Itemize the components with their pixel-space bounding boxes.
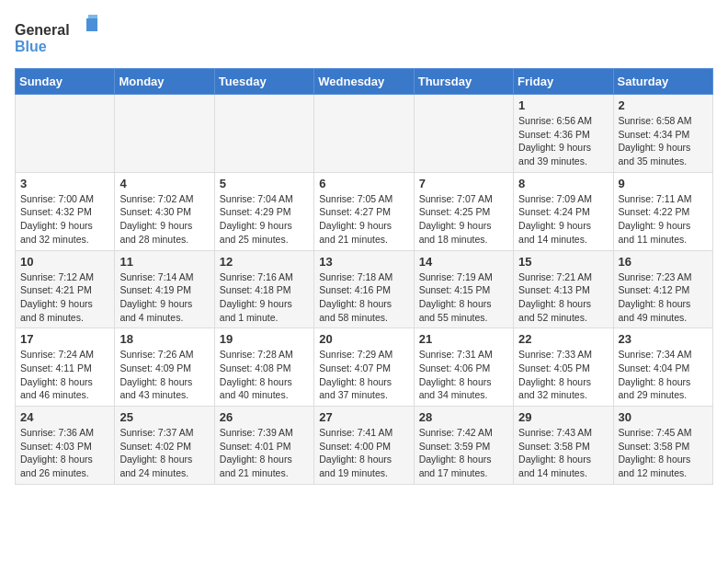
header-col-saturday: Saturday — [613, 69, 712, 95]
day-cell: 22Sunrise: 7:33 AMSunset: 4:05 PMDayligh… — [514, 328, 613, 407]
day-number: 24 — [20, 410, 109, 424]
day-cell: 24Sunrise: 7:36 AMSunset: 4:03 PMDayligh… — [16, 407, 115, 485]
day-info: Sunrise: 7:16 AMSunset: 4:18 PMDaylight:… — [220, 270, 309, 325]
day-info: Sunrise: 7:42 AMSunset: 3:59 PMDaylight:… — [419, 426, 508, 480]
week-row-2: 10Sunrise: 7:12 AMSunset: 4:21 PMDayligh… — [16, 250, 713, 328]
day-number: 17 — [20, 332, 109, 346]
day-info: Sunrise: 7:04 AMSunset: 4:29 PMDaylight:… — [220, 192, 309, 247]
day-number: 16 — [619, 255, 708, 269]
day-cell: 19Sunrise: 7:28 AMSunset: 4:08 PMDayligh… — [214, 328, 313, 407]
day-cell — [115, 95, 214, 173]
day-cell: 25Sunrise: 7:37 AMSunset: 4:02 PMDayligh… — [115, 407, 214, 485]
day-info: Sunrise: 7:18 AMSunset: 4:16 PMDaylight:… — [319, 270, 408, 325]
header-col-tuesday: Tuesday — [214, 69, 313, 95]
day-cell — [314, 95, 414, 173]
day-info: Sunrise: 7:33 AMSunset: 4:05 PMDaylight:… — [518, 348, 608, 402]
day-number: 6 — [319, 177, 408, 190]
day-info: Sunrise: 7:29 AMSunset: 4:07 PMDaylight:… — [319, 348, 408, 402]
day-cell: 26Sunrise: 7:39 AMSunset: 4:01 PMDayligh… — [214, 407, 313, 485]
calendar-table: SundayMondayTuesdayWednesdayThursdayFrid… — [15, 68, 713, 485]
day-number: 15 — [518, 255, 608, 269]
day-cell — [414, 95, 513, 173]
day-info: Sunrise: 7:31 AMSunset: 4:06 PMDaylight:… — [419, 348, 508, 402]
day-number: 18 — [119, 332, 209, 346]
day-info: Sunrise: 7:14 AMSunset: 4:19 PMDaylight:… — [119, 270, 209, 325]
day-cell: 20Sunrise: 7:29 AMSunset: 4:07 PMDayligh… — [314, 328, 414, 407]
day-cell: 12Sunrise: 7:16 AMSunset: 4:18 PMDayligh… — [214, 250, 313, 328]
day-number: 12 — [220, 255, 309, 269]
day-cell: 6Sunrise: 7:05 AMSunset: 4:27 PMDaylight… — [314, 172, 414, 250]
day-info: Sunrise: 7:12 AMSunset: 4:21 PMDaylight:… — [20, 270, 109, 325]
day-cell: 15Sunrise: 7:21 AMSunset: 4:13 PMDayligh… — [514, 250, 613, 328]
day-cell: 2Sunrise: 6:58 AMSunset: 4:34 PMDaylight… — [613, 95, 712, 173]
day-info: Sunrise: 7:41 AMSunset: 4:00 PMDaylight:… — [319, 426, 408, 480]
day-info: Sunrise: 7:45 AMSunset: 3:58 PMDaylight:… — [619, 426, 708, 480]
day-cell: 7Sunrise: 7:07 AMSunset: 4:25 PMDaylight… — [414, 172, 513, 250]
day-cell: 16Sunrise: 7:23 AMSunset: 4:12 PMDayligh… — [613, 250, 712, 328]
day-number: 10 — [20, 255, 109, 269]
day-info: Sunrise: 7:43 AMSunset: 3:58 PMDaylight:… — [518, 426, 608, 480]
day-number: 5 — [220, 177, 309, 190]
day-cell: 10Sunrise: 7:12 AMSunset: 4:21 PMDayligh… — [16, 250, 115, 328]
day-cell: 3Sunrise: 7:00 AMSunset: 4:32 PMDaylight… — [16, 172, 115, 250]
day-info: Sunrise: 7:37 AMSunset: 4:02 PMDaylight:… — [119, 426, 209, 480]
day-number: 11 — [119, 255, 209, 269]
day-cell: 21Sunrise: 7:31 AMSunset: 4:06 PMDayligh… — [414, 328, 513, 407]
day-info: Sunrise: 7:28 AMSunset: 4:08 PMDaylight:… — [220, 348, 309, 402]
day-cell: 8Sunrise: 7:09 AMSunset: 4:24 PMDaylight… — [514, 172, 613, 250]
day-cell: 23Sunrise: 7:34 AMSunset: 4:04 PMDayligh… — [613, 328, 712, 407]
day-cell: 4Sunrise: 7:02 AMSunset: 4:30 PMDaylight… — [115, 172, 214, 250]
day-number: 28 — [419, 410, 508, 424]
day-number: 3 — [20, 177, 109, 190]
day-cell: 1Sunrise: 6:56 AMSunset: 4:36 PMDaylight… — [514, 95, 613, 173]
svg-text:Blue: Blue — [15, 39, 47, 54]
day-number: 21 — [419, 332, 508, 346]
day-number: 26 — [220, 410, 309, 424]
svg-marker-3 — [88, 15, 97, 18]
day-info: Sunrise: 7:19 AMSunset: 4:15 PMDaylight:… — [419, 270, 508, 325]
day-info: Sunrise: 7:05 AMSunset: 4:27 PMDaylight:… — [319, 192, 408, 247]
day-number: 19 — [220, 332, 309, 346]
day-cell: 11Sunrise: 7:14 AMSunset: 4:19 PMDayligh… — [115, 250, 214, 328]
calendar-body: 1Sunrise: 6:56 AMSunset: 4:36 PMDaylight… — [16, 95, 713, 485]
day-info: Sunrise: 7:07 AMSunset: 4:25 PMDaylight:… — [419, 192, 508, 247]
day-cell: 29Sunrise: 7:43 AMSunset: 3:58 PMDayligh… — [514, 407, 613, 485]
day-info: Sunrise: 6:56 AMSunset: 4:36 PMDaylight:… — [518, 114, 608, 168]
day-cell: 28Sunrise: 7:42 AMSunset: 3:59 PMDayligh… — [414, 407, 513, 485]
header-col-monday: Monday — [115, 69, 214, 95]
header-col-sunday: Sunday — [16, 69, 115, 95]
week-row-1: 3Sunrise: 7:00 AMSunset: 4:32 PMDaylight… — [16, 172, 713, 250]
day-info: Sunrise: 7:36 AMSunset: 4:03 PMDaylight:… — [20, 426, 109, 480]
day-info: Sunrise: 7:21 AMSunset: 4:13 PMDaylight:… — [518, 270, 608, 325]
day-cell: 30Sunrise: 7:45 AMSunset: 3:58 PMDayligh… — [613, 407, 712, 485]
day-cell — [214, 95, 313, 173]
day-number: 13 — [319, 255, 408, 269]
day-number: 1 — [518, 98, 608, 112]
day-number: 14 — [419, 255, 508, 269]
day-cell: 27Sunrise: 7:41 AMSunset: 4:00 PMDayligh… — [314, 407, 414, 485]
day-number: 8 — [518, 177, 608, 190]
day-info: Sunrise: 7:39 AMSunset: 4:01 PMDaylight:… — [220, 426, 309, 480]
day-cell: 14Sunrise: 7:19 AMSunset: 4:15 PMDayligh… — [414, 250, 513, 328]
day-cell: 9Sunrise: 7:11 AMSunset: 4:22 PMDaylight… — [613, 172, 712, 250]
week-row-3: 17Sunrise: 7:24 AMSunset: 4:11 PMDayligh… — [16, 328, 713, 407]
day-number: 30 — [619, 410, 708, 424]
day-cell: 13Sunrise: 7:18 AMSunset: 4:16 PMDayligh… — [314, 250, 414, 328]
day-info: Sunrise: 7:24 AMSunset: 4:11 PMDaylight:… — [20, 348, 109, 402]
day-number: 2 — [619, 98, 708, 112]
day-number: 4 — [119, 177, 209, 190]
day-number: 9 — [619, 177, 708, 190]
svg-text:General: General — [15, 22, 70, 38]
day-info: Sunrise: 7:09 AMSunset: 4:24 PMDaylight:… — [518, 192, 608, 247]
day-number: 20 — [319, 332, 408, 346]
day-number: 27 — [319, 410, 408, 424]
logo-svg: General Blue — [15, 15, 97, 61]
header-col-thursday: Thursday — [414, 69, 513, 95]
header-row: SundayMondayTuesdayWednesdayThursdayFrid… — [16, 69, 713, 95]
logo: General Blue — [15, 15, 97, 61]
day-number: 7 — [419, 177, 508, 190]
header: General Blue — [15, 15, 713, 61]
day-info: Sunrise: 7:00 AMSunset: 4:32 PMDaylight:… — [20, 192, 109, 247]
day-info: Sunrise: 7:34 AMSunset: 4:04 PMDaylight:… — [619, 348, 708, 402]
svg-marker-2 — [86, 18, 97, 31]
